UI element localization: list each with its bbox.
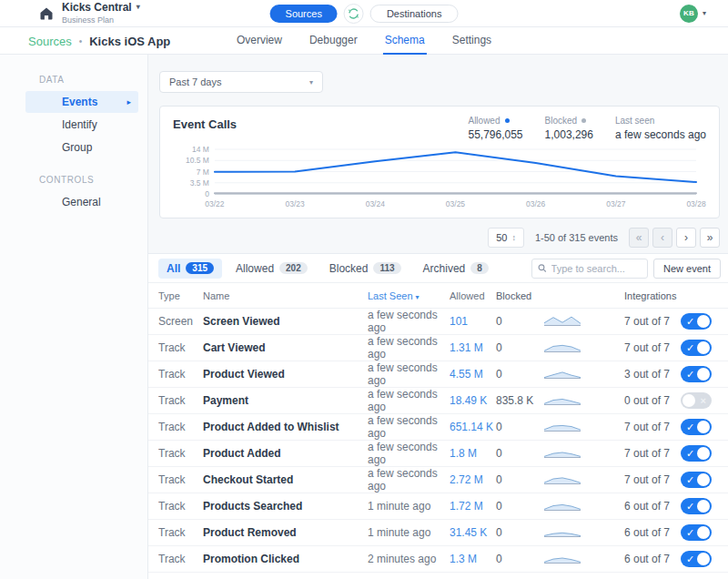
event-enabled-toggle[interactable]: ✓× bbox=[681, 340, 712, 356]
sidebar: DATAEvents▸Identify▸Group▸CONTROLSGenera… bbox=[0, 55, 148, 579]
column-header-blocked[interactable]: Blocked bbox=[496, 290, 544, 301]
search-input[interactable] bbox=[551, 263, 642, 274]
table-row[interactable]: ScreenScreen Vieweda few seconds ago1010… bbox=[148, 309, 728, 335]
home-icon[interactable] bbox=[39, 6, 54, 21]
event-enabled-toggle[interactable]: ✓× bbox=[681, 392, 712, 409]
allowed-count-link[interactable]: 1.72 M bbox=[450, 500, 496, 513]
env-switcher: Sources Destinations bbox=[270, 4, 459, 24]
toggle-knob bbox=[697, 500, 710, 513]
pagination-summary: 1-50 of 315 events bbox=[535, 232, 618, 243]
chart-title: Event Calls bbox=[173, 116, 237, 131]
allowed-count-link[interactable]: 1.31 M bbox=[450, 341, 496, 354]
caret-down-icon: ▾ bbox=[136, 2, 140, 13]
sidebar-item-general[interactable]: General▸ bbox=[25, 191, 138, 213]
filter-tab-archived[interactable]: Archived8 bbox=[415, 259, 497, 279]
event-enabled-toggle[interactable]: ✓× bbox=[681, 524, 712, 541]
allowed-count-link[interactable]: 651.14 K bbox=[450, 421, 496, 433]
sparkline-chart bbox=[544, 314, 581, 327]
integrations-cell: 7 out of 7 bbox=[624, 447, 679, 460]
event-enabled-toggle[interactable]: ✓× bbox=[681, 445, 712, 462]
last-seen-cell: a few seconds ago bbox=[368, 388, 450, 413]
table-row[interactable]: TrackProduct Vieweda few seconds ago4.55… bbox=[148, 361, 728, 388]
tab-debugger[interactable]: Debugger bbox=[308, 27, 359, 55]
event-enabled-toggle[interactable]: ✓× bbox=[681, 419, 712, 435]
time-range-select[interactable]: Past 7 days ▾ bbox=[159, 71, 323, 93]
event-name-cell: Products Searched bbox=[203, 500, 368, 513]
time-range-value: Past 7 days bbox=[169, 76, 221, 87]
breadcrumb-sources-link[interactable]: Sources bbox=[28, 34, 72, 47]
last-page-button[interactable]: » bbox=[700, 228, 720, 248]
sparkline-chart bbox=[544, 393, 581, 406]
table-row[interactable]: TrackPromotion Clicked2 minutes ago1.3 M… bbox=[148, 546, 728, 573]
check-icon: ✓ bbox=[686, 315, 694, 328]
breadcrumb-separator: • bbox=[79, 36, 83, 46]
blocked-count-cell: 0 bbox=[496, 368, 544, 381]
toggle-knob bbox=[697, 553, 710, 565]
event-name-cell: Checkout Started bbox=[203, 473, 368, 486]
prev-page-button: ‹ bbox=[652, 228, 672, 248]
filter-tab-blocked[interactable]: Blocked113 bbox=[321, 259, 410, 279]
sparkline-cell bbox=[544, 446, 624, 462]
destinations-pill-button[interactable]: Destinations bbox=[370, 5, 459, 23]
event-enabled-toggle[interactable]: ✓× bbox=[681, 313, 712, 330]
toolbar-right: New event bbox=[531, 259, 721, 279]
allowed-count-link[interactable]: 18.49 K bbox=[450, 394, 496, 407]
tab-overview[interactable]: Overview bbox=[235, 27, 284, 55]
table-row[interactable]: TrackPaymenta few seconds ago18.49 K835.… bbox=[148, 388, 728, 414]
toggle-knob bbox=[697, 473, 710, 486]
integrations-cell: 0 out of 7 bbox=[624, 394, 679, 407]
sparkline-cell bbox=[544, 420, 624, 435]
table-row[interactable]: TrackProduct Added to Whislista few seco… bbox=[148, 414, 728, 441]
table-row[interactable]: TrackCart Vieweda few seconds ago1.31 M0… bbox=[148, 335, 728, 361]
allowed-count-link[interactable]: 4.55 M bbox=[450, 368, 496, 381]
blocked-count-cell: 0 bbox=[496, 553, 544, 565]
event-calls-chart: 03.5 M7 M10.5 M14 M03/2203/2303/2403/250… bbox=[173, 143, 706, 217]
next-page-button[interactable]: › bbox=[676, 228, 696, 248]
table-row[interactable]: TrackProducts Searched1 minute ago1.72 M… bbox=[148, 493, 728, 520]
column-header-name[interactable]: Name bbox=[203, 290, 368, 301]
sidebar-item-identify[interactable]: Identify▸ bbox=[25, 114, 138, 136]
tab-schema[interactable]: Schema bbox=[383, 27, 427, 55]
event-enabled-toggle[interactable]: ✓× bbox=[681, 498, 712, 514]
event-enabled-toggle[interactable]: ✓× bbox=[681, 472, 712, 488]
event-enabled-toggle[interactable]: ✓× bbox=[681, 366, 712, 382]
table-row[interactable]: TrackCheckout Starteda few seconds ago2.… bbox=[148, 467, 728, 493]
avatar[interactable]: KB bbox=[680, 5, 698, 23]
allowed-count-link[interactable]: 1.3 M bbox=[450, 553, 496, 565]
table-row[interactable]: TrackProduct Addeda few seconds ago1.8 M… bbox=[148, 441, 728, 467]
caret-down-icon: ▾ bbox=[703, 9, 706, 17]
column-header-last-seen[interactable]: Last Seen ▾ bbox=[368, 290, 450, 301]
updown-icon: ↕ bbox=[511, 233, 516, 242]
page-size-select[interactable]: 50 ↕ bbox=[488, 228, 524, 248]
chart-stat-label: Blocked bbox=[545, 116, 593, 126]
svg-text:03/24: 03/24 bbox=[366, 199, 385, 208]
column-header-type[interactable]: Type bbox=[158, 290, 203, 301]
column-header-integrations[interactable]: Integrations bbox=[624, 290, 679, 301]
sources-pill-button[interactable]: Sources bbox=[270, 5, 338, 23]
filter-tab-all[interactable]: All315 bbox=[158, 259, 222, 279]
check-icon: ✓ bbox=[686, 553, 694, 565]
sidebar-item-group[interactable]: Group▸ bbox=[25, 137, 138, 158]
events-toolbar: All315Allowed202Blocked113Archived8 New … bbox=[148, 254, 728, 283]
count-badge: 315 bbox=[186, 262, 214, 274]
svg-text:14 M: 14 M bbox=[192, 145, 209, 154]
account-menu[interactable]: KB ▾ bbox=[680, 5, 728, 23]
allowed-count-link[interactable]: 31.45 K bbox=[450, 526, 496, 539]
tab-settings[interactable]: Settings bbox=[450, 27, 493, 55]
sparkline-chart bbox=[544, 420, 581, 432]
chart-section: Past 7 days ▾ Event Calls Allowed55,796,… bbox=[148, 55, 728, 248]
allowed-count-link[interactable]: 2.72 M bbox=[450, 473, 496, 486]
table-row[interactable]: TrackProduct Removed1 minute ago31.45 K0… bbox=[148, 520, 728, 546]
column-header-allowed[interactable]: Allowed bbox=[450, 290, 496, 301]
check-icon: ✓ bbox=[686, 447, 694, 460]
allowed-count-link[interactable]: 1.8 M bbox=[450, 447, 496, 460]
event-type-cell: Track bbox=[158, 341, 203, 354]
count-badge: 202 bbox=[279, 262, 308, 274]
allowed-count-link[interactable]: 101 bbox=[450, 315, 496, 328]
filter-tab-allowed[interactable]: Allowed202 bbox=[228, 259, 316, 279]
sidebar-item-events[interactable]: Events▸ bbox=[25, 91, 138, 113]
event-enabled-toggle[interactable]: ✓× bbox=[681, 551, 712, 567]
workspace-switcher[interactable]: Kicks Central ▾ Business Plan bbox=[0, 2, 140, 25]
new-event-button[interactable]: New event bbox=[653, 259, 721, 279]
event-name-cell: Product Viewed bbox=[203, 368, 368, 381]
